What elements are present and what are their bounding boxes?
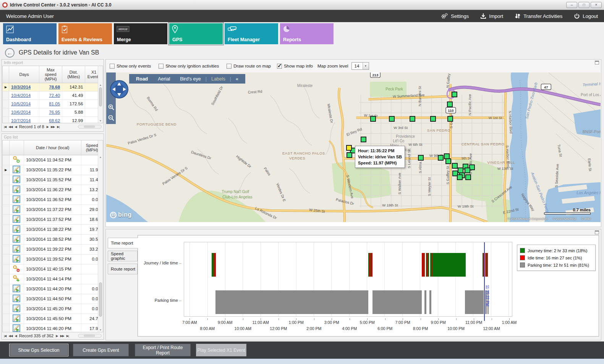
map-marker-selected[interactable] [346,145,352,151]
info-row[interactable]: 10/5/201481.05172.56 [3,100,103,108]
gps-row[interactable]: 10/3/2014 11:36:52 PM0.00 [3,195,103,205]
horizontal-scrollbar[interactable] [78,334,102,338]
gps-row[interactable]: 10/3/2014 11:34:52 PM [3,155,103,165]
show-only-events-checkbox[interactable]: Show only events [110,64,151,69]
prev-record-button[interactable]: ◀ [15,334,17,338]
map-zoom-select[interactable]: 14 ▼ [351,62,369,70]
map-marker[interactable] [347,152,352,158]
nav-tile-gps[interactable]: GPS [169,23,223,44]
map-marker[interactable] [465,174,471,180]
next-page-button[interactable]: ▶▶ [51,125,55,129]
info-column-header[interactable]: Dist. (Miles) [62,66,85,83]
day-link[interactable]: 10/5/2014 [11,101,31,106]
show-gps-selection-button[interactable]: Show Gps Selection [9,344,68,356]
first-record-button[interactable]: |◀ [4,334,6,338]
max-speed-link[interactable]: 76.95 [49,110,60,114]
info-report-scrollbar[interactable]: ▲ ▼ [98,66,103,123]
show-map-info-checkbox[interactable]: Show map info [277,64,313,69]
nav-tile-merge[interactable]: MERGEMerge [114,23,167,44]
maximize-button[interactable]: □ [578,2,589,8]
close-button[interactable]: × [591,2,602,8]
next-record-button[interactable]: ▶ [47,125,49,129]
gps-row[interactable]: 10/3/2014 11:45:50 PM24.75 [3,314,103,324]
minimize-button[interactable]: – [566,2,577,8]
tab-speed-graphic[interactable]: Speed graphic [108,251,138,261]
info-column-header[interactable]: Days [9,66,39,83]
map-marker[interactable] [445,158,451,164]
prev-page-button[interactable]: ◀◀ [8,125,12,129]
day-link[interactable]: 10/4/2014 [11,93,31,98]
gps-row[interactable]: 10/3/2014 11:39:52 PM0.00 [3,254,103,264]
map-marker[interactable] [452,163,458,169]
nav-tile-reports[interactable]: Reports [280,23,334,44]
max-speed-link[interactable]: 72.40 [49,93,60,98]
map-marker[interactable] [465,168,470,173]
back-button[interactable]: ← [5,48,15,58]
export-print-route-report-button[interactable]: Export / Print Route Report [135,344,191,356]
collapse-toolbar-button[interactable]: « [236,76,238,82]
map-style-labels[interactable]: Labels [211,76,225,82]
map-marker[interactable] [447,116,453,122]
first-record-button[interactable]: |◀ [4,125,6,129]
nav-tile-fleet-manager[interactable]: Fleet Manager [225,23,278,44]
info-column-header[interactable]: Max speed (MPH) [39,66,62,83]
last-record-button[interactable]: ▶| [57,125,59,129]
gps-column-header[interactable] [3,140,9,155]
gps-row[interactable]: 10/3/2014 11:44:20 PM0.00 [3,284,103,294]
map-marker[interactable] [389,116,395,122]
info-row[interactable]: ▶10/3/201478.68142.31 [3,83,103,91]
menu-transfer-activities[interactable]: Transfer Activities [515,13,562,19]
prev-record-button[interactable]: ◀ [15,125,17,129]
day-link[interactable]: 10/6/2014 [11,110,31,114]
gps-row[interactable]: 10/3/2014 11:45:20 PM0.00 [3,304,103,314]
map-marker[interactable] [447,101,453,107]
time-cursor[interactable] [484,242,485,321]
map-compass[interactable] [109,79,129,100]
map-marker[interactable] [361,137,366,142]
gps-row[interactable]: 10/3/2014 11:46:20 PM17.93 [3,324,103,332]
gps-row[interactable]: 10/3/2014 11:39:22 PM33.21 [3,244,103,254]
max-speed-link[interactable]: 78.68 [49,85,60,89]
zoom-in-button[interactable] [107,104,115,111]
gps-column-header[interactable]: Date / hour (local) [24,140,81,155]
map-marker[interactable] [438,155,444,161]
map-marker[interactable] [430,116,436,122]
nav-tile-dashboard[interactable]: Dashboard [3,23,57,44]
next-record-button[interactable]: ▶ [56,334,58,338]
gps-row[interactable]: ▶10/3/2014 11:35:22 PM11.97 [3,165,103,175]
gps-list-scrollbar[interactable]: ▲ ▼ [98,140,103,332]
gps-row[interactable]: 10/3/2014 11:37:52 PM18.63 [3,214,103,224]
gps-row[interactable]: 10/3/2014 11:38:52 PM30.55 [3,234,103,244]
show-only-ignition-checkbox[interactable]: Show only ignition activities [159,64,219,69]
maximize-panel-icon[interactable] [595,61,599,64]
menu-import[interactable]: Import [480,13,503,19]
gps-row[interactable]: 10/3/2014 11:44:50 PM0.00 [3,294,103,304]
gps-row[interactable]: 10/3/2014 11:38:22 PM19.70 [3,224,103,234]
gps-column-header[interactable] [9,140,24,155]
map-marker[interactable] [410,116,415,122]
map-style-road[interactable]: Road [136,76,148,82]
info-row[interactable]: 10/4/201472.4041.49 [3,91,103,100]
nav-tile-events-reviews[interactable]: Events & Reviews [58,23,112,44]
map-style-aerial[interactable]: Aerial [158,76,170,82]
info-row[interactable]: 10/6/201476.955.88 [3,108,103,116]
map-marker[interactable] [452,92,457,97]
draw-route-checkbox[interactable]: Draw route on map [227,64,271,69]
map-marker[interactable] [444,153,450,159]
gps-row[interactable]: 10/3/2014 11:40:15 PM [3,264,103,274]
last-record-button[interactable]: ▶| [66,334,69,338]
info-row[interactable]: 10/7/201468.6212.99 [3,116,103,123]
next-page-button[interactable]: ▶▶ [60,334,64,338]
maximize-panel-icon[interactable] [595,230,599,234]
gps-row[interactable]: 10/3/2014 11:36:22 PM13.28 [3,185,103,195]
day-link[interactable]: 10/3/2014 [11,85,31,89]
prev-page-button[interactable]: ◀◀ [8,334,12,338]
gps-row[interactable]: 10/3/2014 11:35:52 PM11.47 [3,175,103,185]
info-column-header[interactable] [3,66,9,83]
tab-time-report[interactable]: Time report [108,238,138,248]
map-marker[interactable] [370,116,376,122]
menu-logout[interactable]: Logout [574,13,598,19]
map-marker[interactable] [457,174,463,180]
create-gps-event-button[interactable]: Create Gps Event [73,344,129,356]
tab-route-report[interactable]: Route report [108,264,138,274]
